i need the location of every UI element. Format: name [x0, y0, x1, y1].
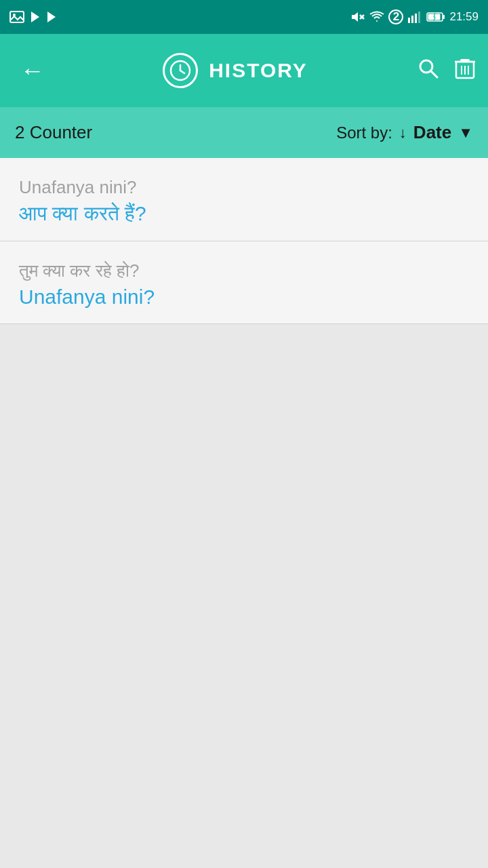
sub-header: 2 Counter Sort by: ↓ Date ▼ [0, 107, 488, 158]
status-bar: 2 21:59 [0, 0, 488, 34]
battery-icon [426, 12, 445, 22]
empty-content-area [0, 324, 488, 799]
delete-button[interactable] [454, 56, 476, 85]
list-container: Unafanya nini? आप क्या करते हैं? तुम क्य… [0, 158, 488, 324]
clock-icon [163, 53, 198, 88]
item-source-text: तुम क्या कर रहे हो? [19, 260, 469, 281]
item-translation-text: आप क्या करते हैं? [19, 202, 469, 226]
svg-line-20 [431, 71, 437, 77]
picture-icon [9, 11, 24, 23]
svg-rect-0 [10, 12, 24, 22]
back-button[interactable]: ← [12, 56, 53, 85]
svg-rect-7 [411, 16, 413, 23]
sort-dropdown-icon[interactable]: ▼ [458, 124, 473, 142]
status-icons-left [9, 11, 57, 23]
list-item[interactable]: तुम क्या कर रहे हो? Unafanya nini? [0, 241, 488, 324]
signal-icon [407, 11, 422, 23]
svg-rect-6 [408, 18, 410, 23]
wifi-icon [369, 11, 384, 23]
item-source-text: Unafanya nini? [19, 177, 469, 198]
svg-marker-2 [31, 12, 39, 22]
play2-icon [46, 11, 57, 23]
svg-marker-3 [47, 12, 56, 22]
page-title: HISTORY [209, 59, 308, 82]
search-button[interactable] [418, 58, 439, 84]
sort-value: Date [413, 122, 451, 143]
svg-rect-11 [443, 15, 445, 19]
item-translation-text: Unafanya nini? [19, 285, 469, 309]
sim-indicator: 2 [388, 9, 403, 24]
svg-rect-9 [418, 12, 420, 23]
svg-rect-8 [415, 14, 417, 23]
time-display: 21:59 [449, 10, 479, 24]
list-item[interactable]: Unafanya nini? आप क्या करते हैं? [0, 158, 488, 241]
sort-by-label: Sort by: [336, 123, 392, 142]
toolbar: ← HISTORY [0, 34, 488, 107]
svg-line-18 [180, 71, 184, 73]
counter-label: 2 Counter [15, 122, 336, 143]
toolbar-title-area: HISTORY [53, 53, 418, 88]
sort-area[interactable]: Sort by: ↓ Date ▼ [336, 122, 473, 143]
status-icons-right: 2 21:59 [350, 9, 479, 24]
toolbar-actions [418, 56, 476, 85]
sort-arrow-icon: ↓ [399, 124, 407, 142]
play-icon [30, 11, 41, 23]
mute-icon [350, 10, 365, 24]
